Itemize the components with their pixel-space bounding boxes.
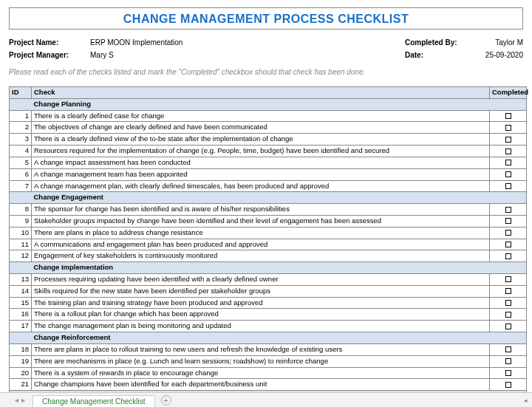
table-row: 10There are plans in place to address ch… bbox=[10, 227, 527, 239]
row-completed-cell bbox=[490, 250, 527, 262]
completed-checkbox[interactable] bbox=[505, 253, 511, 259]
table-row: 12Engagement of key stakeholders is cont… bbox=[10, 250, 527, 262]
checklist-table: ID Check Completed Change Planning1There… bbox=[9, 86, 527, 407]
section-name-cell: Change Reinforcement bbox=[32, 332, 527, 344]
row-id: 10 bbox=[10, 227, 32, 239]
header-row: ID Check Completed bbox=[10, 87, 527, 99]
row-check-text: There are plans in place to address chan… bbox=[32, 227, 490, 239]
row-completed-cell bbox=[490, 343, 527, 355]
completed-checkbox[interactable] bbox=[505, 276, 511, 282]
row-id: 11 bbox=[10, 239, 32, 250]
table-row: 6A change management team has been appoi… bbox=[10, 168, 527, 180]
table-row: 19There are mechanisms in place (e.g. Lu… bbox=[10, 355, 527, 367]
completed-checkbox[interactable] bbox=[505, 300, 511, 306]
horizontal-scroll-left-icon[interactable]: ◂ bbox=[524, 397, 528, 404]
completed-checkbox[interactable] bbox=[505, 148, 511, 154]
col-id-header: ID bbox=[10, 87, 32, 99]
row-id: 21 bbox=[10, 379, 32, 391]
completed-checkbox[interactable] bbox=[505, 113, 511, 119]
completed-checkbox[interactable] bbox=[505, 171, 511, 177]
row-check-text: There is a system of rewards in place to… bbox=[32, 367, 490, 379]
add-sheet-button[interactable]: + bbox=[161, 395, 171, 406]
row-id: 2 bbox=[10, 122, 32, 134]
completed-checkbox[interactable] bbox=[505, 125, 511, 131]
sheet-tab-bar: ◂ ▸ Change Management Checklist + ◂ bbox=[0, 392, 532, 407]
completed-checkbox[interactable] bbox=[505, 324, 511, 329]
row-id: 7 bbox=[10, 180, 32, 192]
col-check-header: Check bbox=[32, 87, 490, 99]
completed-by-label: Completed By: bbox=[405, 37, 471, 48]
section-name-cell: Change Planning bbox=[32, 98, 527, 110]
project-name-value: ERP MOON Implementation bbox=[90, 37, 238, 48]
table-row: 13Processes requiring updating have been… bbox=[10, 274, 527, 286]
row-completed-cell bbox=[490, 134, 527, 146]
row-completed-cell bbox=[490, 321, 527, 332]
table-row: 11A communications and engagement plan h… bbox=[10, 239, 527, 250]
section-header: Change Reinforcement bbox=[10, 332, 527, 344]
completed-checkbox[interactable] bbox=[505, 242, 511, 247]
row-check-text: A communications and engagement plan has… bbox=[32, 239, 490, 250]
row-completed-cell bbox=[490, 110, 527, 122]
tab-nav-next-icon[interactable]: ▸ bbox=[21, 396, 25, 404]
row-check-text: Resources required for the implementatio… bbox=[32, 146, 490, 157]
table-row: 16There is a rollout plan for change whi… bbox=[10, 309, 527, 321]
row-check-text: There is a clearly defined case for chan… bbox=[32, 110, 490, 122]
completed-checkbox[interactable] bbox=[505, 346, 511, 352]
row-completed-cell bbox=[490, 309, 527, 321]
row-id: 16 bbox=[10, 309, 32, 321]
row-check-text: There are plans in place to rollout trai… bbox=[32, 343, 490, 355]
row-id: 3 bbox=[10, 134, 32, 146]
row-completed-cell bbox=[490, 215, 527, 227]
row-completed-cell bbox=[490, 157, 527, 168]
title-bar: CHANGE MANAGEMENT PROCESS CHECKLIST bbox=[9, 7, 523, 30]
row-completed-cell bbox=[490, 146, 527, 157]
col-completed-header: Completed bbox=[490, 87, 527, 99]
sheet-tab-active[interactable]: Change Management Checklist bbox=[33, 395, 155, 407]
completed-checkbox[interactable] bbox=[505, 288, 511, 294]
table-row: 8The sponsor for change has been identif… bbox=[10, 204, 527, 216]
tab-nav-prev-icon[interactable]: ◂ bbox=[15, 396, 18, 404]
project-manager-value: Mary S bbox=[90, 49, 238, 61]
table-row: 4Resources required for the implementati… bbox=[10, 146, 527, 157]
row-check-text: The change management plan is being moni… bbox=[32, 321, 490, 332]
row-id: 8 bbox=[10, 204, 32, 216]
completed-checkbox[interactable] bbox=[505, 137, 511, 143]
completed-checkbox[interactable] bbox=[505, 183, 511, 189]
table-row: 3There is a clearly defined view of the … bbox=[10, 134, 527, 146]
row-completed-cell bbox=[490, 168, 527, 180]
row-completed-cell bbox=[490, 285, 527, 297]
row-id: 12 bbox=[10, 250, 32, 262]
table-row: 20There is a system of rewards in place … bbox=[10, 367, 527, 379]
date-value: 25-09-2020 bbox=[471, 49, 523, 61]
row-completed-cell bbox=[490, 227, 527, 239]
row-check-text: A change management plan, with clearly d… bbox=[32, 180, 490, 192]
completed-checkbox[interactable] bbox=[505, 207, 511, 213]
completed-by-value: Taylor M bbox=[471, 37, 523, 48]
completed-checkbox[interactable] bbox=[505, 370, 511, 376]
section-id-cell bbox=[10, 262, 32, 274]
row-id: 6 bbox=[10, 168, 32, 180]
completed-checkbox[interactable] bbox=[505, 218, 511, 224]
row-check-text: Skills required for the new state have b… bbox=[32, 285, 490, 297]
meta-row-1: Project Name: ERP MOON Implementation Co… bbox=[9, 37, 523, 48]
row-check-text: There are mechanisms in place (e.g. Lunc… bbox=[32, 355, 490, 367]
row-id: 19 bbox=[10, 355, 32, 367]
row-check-text: Stakeholder groups impacted by change ha… bbox=[32, 215, 490, 227]
completed-checkbox[interactable] bbox=[505, 358, 511, 364]
row-check-text: A change impact assessment has been cond… bbox=[32, 157, 490, 168]
row-completed-cell bbox=[490, 367, 527, 379]
row-check-text: There is a rollout plan for change which… bbox=[32, 309, 490, 321]
row-check-text: Change champions have been identified fo… bbox=[32, 379, 490, 391]
meta-row-2: Project Manager: Mary S Date: 25-09-2020 bbox=[9, 49, 523, 61]
completed-checkbox[interactable] bbox=[505, 230, 511, 236]
section-header: Change Implementation bbox=[10, 262, 527, 274]
completed-checkbox[interactable] bbox=[505, 312, 511, 318]
row-completed-cell bbox=[490, 297, 527, 309]
completed-checkbox[interactable] bbox=[505, 160, 511, 165]
completed-checkbox[interactable] bbox=[505, 382, 511, 388]
row-check-text: The objectives of change are clearly def… bbox=[32, 122, 490, 134]
row-id: 13 bbox=[10, 274, 32, 286]
project-manager-label: Project Manager: bbox=[9, 49, 90, 61]
table-row: 18There are plans in place to rollout tr… bbox=[10, 343, 527, 355]
row-completed-cell bbox=[490, 355, 527, 367]
